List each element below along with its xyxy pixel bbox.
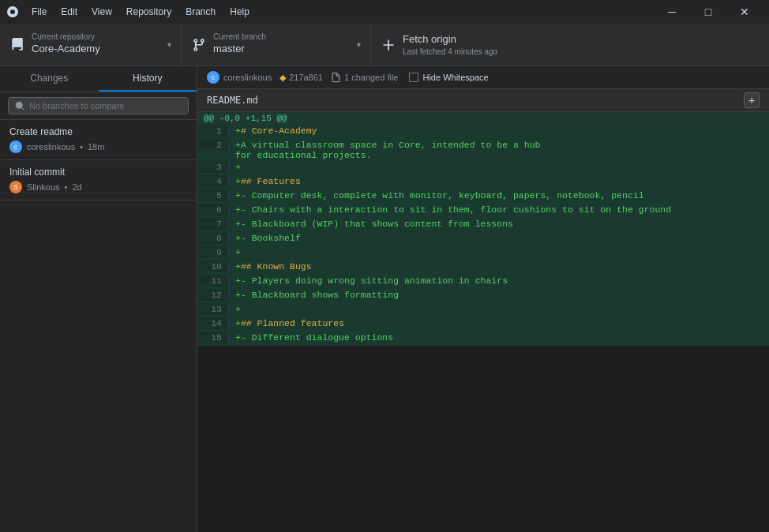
commit-meta-1: S Slinkous • 2d [9, 181, 187, 193]
line-content-10: +## Known Bugs [229, 260, 769, 272]
repo-label: Current repository [32, 32, 100, 42]
current-repo-section[interactable]: Current repository Core-Academy ▾ [0, 24, 182, 66]
line-content-9: + [229, 246, 769, 258]
sidebar: Changes History No branches to compare C… [0, 66, 197, 532]
hide-whitespace: Hide Whitespace [409, 73, 488, 82]
branch-name: master [213, 42, 266, 56]
line-content-14: +## Planned features [229, 317, 769, 329]
line-num-2: 2 [197, 139, 229, 151]
diff-line-4: 4 +## Features [197, 175, 769, 189]
svg-point-1 [10, 9, 15, 14]
line-num-7: 7 [197, 218, 229, 230]
diff-author-avatar: c [207, 71, 219, 84]
commit-item-0[interactable]: Create readme c coreslinkous • 18m [0, 120, 197, 160]
main-content: Changes History No branches to compare C… [0, 66, 769, 532]
menu-edit[interactable]: Edit [54, 5, 84, 19]
fetch-text: Fetch origin Last fetched 4 minutes ago [403, 32, 497, 56]
app-icon [6, 6, 19, 18]
menu-repository[interactable]: Repository [120, 5, 178, 19]
diff-line-9: 9 + [197, 246, 769, 260]
line-content-3: + [229, 161, 769, 173]
line-content-1: +# Core-Academy [229, 125, 769, 137]
commit-time-1: 2d [72, 182, 81, 192]
repo-chevron-icon: ▾ [167, 40, 171, 49]
fetch-icon [381, 37, 396, 53]
no-branches-section: No branches to compare [0, 92, 197, 120]
hide-whitespace-checkbox[interactable] [409, 73, 418, 82]
diff-line-5: 5 +- Computer desk, complete with monito… [197, 189, 769, 204]
diff-author: c coreslinkous [207, 71, 272, 84]
fetch-label: Fetch origin [403, 32, 497, 47]
line-content-5: +- Computer desk, complete with monitor,… [229, 189, 769, 201]
menu-view[interactable]: View [85, 5, 118, 19]
line-content-2: +A virtual classroom space in Core, inte… [229, 139, 769, 161]
file-name: README.md [207, 95, 258, 106]
title-bar-left: File Edit View Repository Branch Help [6, 5, 256, 19]
maximize-button[interactable]: □ [690, 0, 726, 24]
commit-author-1: Slinkous [27, 182, 60, 192]
diff-author-name: coreslinkous [223, 73, 272, 82]
commit-hash: ◆ 217a861 [279, 73, 323, 83]
hash-value: 217a861 [289, 73, 323, 82]
line-content-15: +- Different dialogue options [229, 332, 769, 343]
tab-changes[interactable]: Changes [0, 66, 99, 92]
commit-avatar-0: c [9, 140, 22, 153]
line-num-9: 9 [197, 246, 229, 258]
toolbar: Current repository Core-Academy ▾ Curren… [0, 24, 769, 66]
file-header: README.md + [197, 89, 769, 112]
fetch-origin-section[interactable]: Fetch origin Last fetched 4 minutes ago [371, 24, 769, 66]
menu-file[interactable]: File [25, 5, 53, 19]
branch-icon [191, 37, 207, 53]
branch-text: Current branch master [213, 32, 266, 56]
line-num-14: 14 [197, 317, 229, 329]
line-num-4: 4 [197, 175, 229, 187]
diff-line-13: 13 + [197, 303, 769, 317]
diff-line-2: 2 +A virtual classroom space in Core, in… [197, 139, 769, 161]
diff-line-11: 11 +- Players doing wrong sitting animat… [197, 275, 769, 289]
line-num-1: 1 [197, 125, 229, 137]
diff-content[interactable]: @@ -0,0 +1,15 @@ 1 +# Core-Academy 2 +A … [197, 112, 769, 532]
changed-files: 1 changed file [331, 73, 399, 83]
line-num-6: 6 [197, 204, 229, 215]
search-icon [15, 101, 24, 111]
line-num-5: 5 [197, 189, 229, 201]
tab-history[interactable]: History [99, 66, 197, 92]
diff-header: c coreslinkous ◆ 217a861 1 changed file … [197, 66, 769, 89]
line-num-12: 12 [197, 289, 229, 301]
line-content-13: + [229, 303, 769, 315]
diff-line-12: 12 +- Blackboard shows formatting [197, 289, 769, 303]
commit-avatar-1: S [9, 181, 22, 193]
changed-files-text: 1 changed file [344, 73, 399, 82]
commit-author-0: coreslinkous [27, 142, 75, 152]
diff-line-14: 14 +## Planned features [197, 317, 769, 332]
line-num-15: 15 [197, 332, 229, 343]
commit-title-0: Create readme [9, 126, 187, 137]
menu-branch[interactable]: Branch [179, 5, 222, 19]
repo-name: Core-Academy [32, 42, 100, 56]
line-num-13: 13 [197, 303, 229, 315]
diff-hunk-header: @@ -0,0 +1,15 @@ [197, 112, 769, 125]
minimize-button[interactable]: ─ [654, 0, 690, 24]
fetch-sublabel: Last fetched 4 minutes ago [403, 47, 497, 57]
line-content-7: +- Blackboard (WIP) that shows content f… [229, 218, 769, 230]
repo-text: Current repository Core-Academy [32, 32, 100, 56]
commit-item-1[interactable]: Initial commit S Slinkous • 2d [0, 160, 197, 200]
current-branch-section[interactable]: Current branch master ▾ [182, 24, 371, 66]
hash-icon: ◆ [279, 73, 286, 83]
no-branches-input[interactable]: No branches to compare [8, 97, 189, 114]
close-button[interactable]: ✕ [726, 0, 763, 24]
line-num-3: 3 [197, 161, 229, 173]
line-content-8: +- Bookshelf [229, 232, 769, 244]
title-bar: File Edit View Repository Branch Help ─ … [0, 0, 769, 24]
menu-help[interactable]: Help [223, 5, 256, 19]
line-content-6: +- Chairs with a interaction to sit in t… [229, 204, 769, 215]
diff-line-15: 15 +- Different dialogue options [197, 332, 769, 346]
diff-line-8: 8 +- Bookshelf [197, 232, 769, 246]
line-num-11: 11 [197, 275, 229, 287]
no-branches-text: No branches to compare [29, 101, 124, 111]
diff-line-3: 3 + [197, 161, 769, 175]
expand-button[interactable]: + [744, 92, 760, 108]
sidebar-tabs: Changes History [0, 66, 197, 92]
diff-line-6: 6 +- Chairs with a interaction to sit in… [197, 204, 769, 218]
line-num-8: 8 [197, 232, 229, 244]
